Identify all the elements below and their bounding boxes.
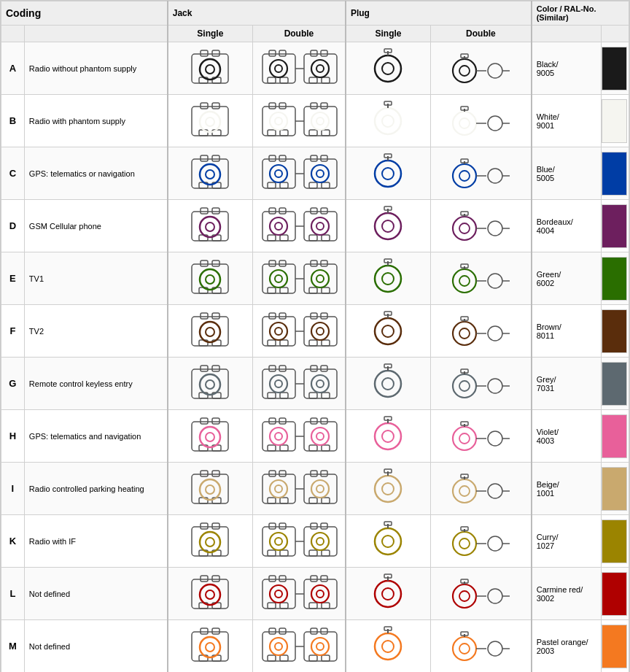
svg-rect-374 <box>280 655 288 661</box>
jack-double-icon <box>253 410 346 463</box>
svg-point-386 <box>382 641 394 652</box>
color-name: Black/ 9005 <box>532 42 602 95</box>
svg-rect-143 <box>280 287 288 293</box>
svg-rect-275 <box>280 498 288 503</box>
svg-rect-65 <box>461 107 468 110</box>
row-code: E <box>1 252 25 305</box>
svg-rect-263 <box>461 422 468 425</box>
svg-rect-101 <box>212 208 219 214</box>
svg-point-335 <box>200 584 220 605</box>
svg-rect-248 <box>321 418 327 424</box>
row-description: Radio with IF <box>24 515 167 568</box>
svg-point-258 <box>459 433 470 444</box>
color-swatch <box>601 147 629 200</box>
svg-point-320 <box>382 536 394 547</box>
svg-point-120 <box>316 223 324 230</box>
row-code: A <box>1 42 25 95</box>
plug-double-icon <box>431 620 532 673</box>
row-code: I <box>1 463 25 515</box>
svg-point-309 <box>270 533 287 550</box>
svg-point-203 <box>200 374 220 395</box>
jack-single-icon <box>168 252 253 305</box>
jack-double-icon <box>253 95 346 147</box>
table-row: I Radio controlled parking heating <box>1 463 629 515</box>
svg-rect-51 <box>309 130 317 136</box>
plug-single-icon <box>346 200 431 252</box>
code-sub-header <box>1 26 25 42</box>
plug-double-icon <box>431 515 532 568</box>
svg-point-286 <box>375 476 401 502</box>
svg-rect-148 <box>311 260 317 266</box>
svg-point-22 <box>375 55 401 82</box>
color-name: White/ 9001 <box>532 95 602 147</box>
jack-double-icon <box>253 358 346 410</box>
svg-point-46 <box>275 117 282 125</box>
svg-point-287 <box>382 483 394 495</box>
svg-point-45 <box>270 112 287 130</box>
color-swatch <box>601 42 629 95</box>
svg-rect-338 <box>269 576 276 582</box>
svg-rect-208 <box>268 393 276 398</box>
row-code: H <box>1 410 25 463</box>
svg-rect-74 <box>269 155 276 161</box>
svg-point-152 <box>311 270 329 287</box>
jack-double-icon <box>253 252 346 305</box>
svg-rect-382 <box>322 655 330 661</box>
svg-rect-207 <box>279 366 286 371</box>
svg-point-253 <box>375 423 401 449</box>
row-code: G <box>1 358 25 410</box>
svg-rect-42 <box>279 103 286 109</box>
svg-rect-124 <box>384 206 392 210</box>
svg-rect-339 <box>279 576 286 582</box>
svg-rect-167 <box>212 313 219 319</box>
svg-point-260 <box>488 431 502 446</box>
svg-rect-308 <box>280 550 288 556</box>
table-row: B Radio with phantom supply <box>1 95 629 147</box>
plug-single-header: Single <box>346 26 431 42</box>
plug-header: Plug <box>346 1 532 26</box>
color-name: Green/ 6002 <box>532 252 602 305</box>
svg-point-375 <box>270 638 287 655</box>
svg-rect-75 <box>279 155 286 161</box>
row-description: Not defined <box>24 620 167 673</box>
jack-single-icon <box>168 568 253 620</box>
svg-rect-84 <box>309 182 317 188</box>
svg-point-92 <box>453 164 476 188</box>
svg-point-29 <box>488 63 502 78</box>
svg-rect-49 <box>311 103 317 109</box>
color-swatch <box>601 410 629 463</box>
svg-point-20 <box>311 60 329 77</box>
jack-single-icon <box>168 200 253 252</box>
svg-rect-364 <box>201 628 208 634</box>
svg-rect-58 <box>384 101 392 105</box>
svg-point-227 <box>488 379 502 393</box>
jack-single-icon <box>168 620 253 673</box>
plug-double-icon <box>431 42 532 95</box>
svg-point-62 <box>488 116 502 131</box>
svg-rect-10 <box>268 77 276 83</box>
svg-point-26 <box>453 59 476 82</box>
svg-point-53 <box>311 112 329 130</box>
color-header: Color / RAL-No. (Similar) <box>532 1 629 26</box>
table-row: A Radio without phantom supply <box>1 42 629 95</box>
svg-rect-214 <box>311 366 317 371</box>
color-swatch <box>601 515 629 568</box>
svg-rect-381 <box>309 655 317 661</box>
svg-rect-142 <box>268 287 276 293</box>
svg-point-138 <box>206 275 214 284</box>
svg-rect-306 <box>279 523 286 529</box>
svg-rect-283 <box>322 498 330 503</box>
jack-double-icon <box>253 305 346 358</box>
svg-point-291 <box>459 486 470 496</box>
svg-rect-209 <box>280 393 288 398</box>
color-name: Bordeaux/ 4004 <box>532 200 602 252</box>
svg-rect-116 <box>321 208 327 214</box>
svg-point-12 <box>270 60 287 77</box>
svg-point-293 <box>488 484 502 498</box>
svg-point-155 <box>382 273 394 285</box>
plug-single-icon <box>346 463 431 515</box>
svg-point-60 <box>459 118 470 128</box>
svg-rect-16 <box>311 50 317 56</box>
svg-rect-281 <box>321 471 327 476</box>
color-swatch <box>601 568 629 620</box>
